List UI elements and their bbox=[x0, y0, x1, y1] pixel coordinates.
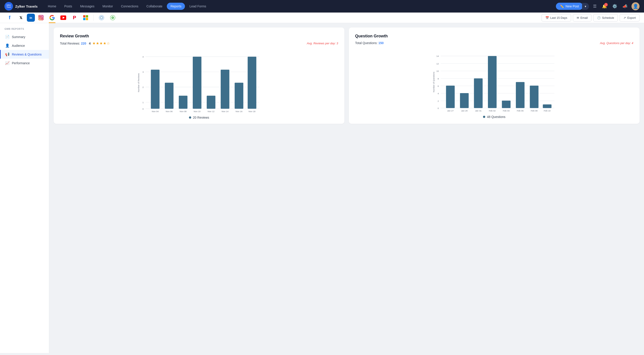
social-bar: f 𝕏 in P 📅 La bbox=[0, 13, 644, 23]
question-growth-card: Question Growth Total Questions: 150 Avg… bbox=[349, 28, 640, 124]
avatar[interactable]: 👤 bbox=[632, 2, 640, 10]
pencil-icon: ✏️ bbox=[560, 5, 564, 8]
svg-text:Feb 04: Feb 04 bbox=[503, 110, 510, 112]
menu-button[interactable]: ☰ bbox=[592, 3, 598, 10]
pinterest-icon-btn[interactable]: P bbox=[69, 13, 80, 23]
svg-text:Nov 08: Nov 08 bbox=[180, 110, 187, 113]
sidebar-section-label: GMB REPORTS bbox=[0, 28, 49, 33]
svg-rect-69 bbox=[502, 101, 510, 108]
svg-rect-11 bbox=[83, 18, 86, 20]
linkedin-icon-btn[interactable]: in bbox=[27, 14, 35, 22]
export-icon: ↗ bbox=[624, 16, 626, 20]
svg-text:Nov 16: Nov 16 bbox=[236, 110, 242, 113]
notification-badge: 2 bbox=[604, 3, 608, 7]
svg-rect-38 bbox=[221, 70, 230, 109]
svg-text:Jan 29: Jan 29 bbox=[461, 110, 468, 112]
export-button[interactable]: ↗ Export bbox=[620, 14, 640, 22]
social-extra-2-icon-btn[interactable] bbox=[108, 13, 118, 23]
svg-text:12: 12 bbox=[436, 63, 439, 65]
rating-stars: 4 ★★★★☆ bbox=[89, 41, 110, 46]
clock-icon: 🕐 bbox=[597, 16, 600, 20]
review-avg-label: Avg. Reviews per day: 3 bbox=[307, 42, 338, 45]
svg-rect-63 bbox=[460, 93, 469, 108]
sidebar-item-summary[interactable]: 📄 Summary bbox=[0, 33, 49, 41]
svg-rect-65 bbox=[474, 78, 483, 108]
svg-text:Zylker: Zylker bbox=[6, 4, 11, 6]
brand-name: Zylker Travels bbox=[15, 5, 38, 8]
svg-text:Feb 06: Feb 06 bbox=[517, 110, 524, 112]
svg-rect-42 bbox=[248, 57, 256, 109]
review-growth-chart: 4 3 2 1 0 Number of Reviews bbox=[60, 50, 338, 113]
svg-text:Nov 14: Nov 14 bbox=[222, 110, 228, 113]
svg-rect-28 bbox=[151, 70, 160, 109]
instagram-icon-btn[interactable] bbox=[36, 13, 46, 23]
new-post-button[interactable]: ✏️ New Post bbox=[556, 3, 583, 10]
schedule-button[interactable]: 🕐 Schedule bbox=[593, 14, 618, 22]
new-post-dropdown-button[interactable]: ▾ bbox=[582, 3, 589, 10]
svg-rect-32 bbox=[179, 96, 188, 109]
nav-connections[interactable]: Connections bbox=[118, 3, 142, 10]
top-nav: Zylker Travel Zylker Travels Home Posts … bbox=[0, 0, 644, 13]
svg-text:Travel: Travel bbox=[6, 6, 11, 8]
total-questions-label: Total Questions: 150 bbox=[355, 41, 384, 45]
microsoft-icon-btn[interactable] bbox=[80, 13, 91, 23]
svg-text:Jan 31: Jan 31 bbox=[475, 110, 482, 112]
svg-point-13 bbox=[99, 15, 104, 20]
sidebar-item-audience[interactable]: 👤 Audience bbox=[0, 41, 49, 50]
nav-messages[interactable]: Messages bbox=[76, 3, 98, 10]
svg-rect-30 bbox=[165, 83, 174, 109]
svg-text:0: 0 bbox=[142, 108, 144, 110]
main-layout: GMB REPORTS 📄 Summary 👤 Audience 📢 Revie… bbox=[0, 23, 644, 353]
svg-rect-34 bbox=[193, 57, 202, 109]
question-growth-chart: 14 12 10 8 6 4 2 0 bbox=[355, 49, 633, 112]
settings-button[interactable]: ⚙️ bbox=[611, 3, 618, 10]
nav-collaborate[interactable]: Collaborate bbox=[143, 3, 166, 10]
nav-right: ✏️ New Post ▾ ☰ 🔔 2 ⚙️ 📣 👤 bbox=[556, 2, 640, 10]
svg-point-5 bbox=[42, 16, 42, 17]
svg-rect-10 bbox=[86, 15, 88, 18]
facebook-icon-btn[interactable]: f bbox=[4, 13, 15, 23]
svg-text:2: 2 bbox=[438, 100, 439, 102]
google-icon-btn[interactable] bbox=[47, 13, 57, 23]
email-button[interactable]: ✉ Email bbox=[573, 14, 592, 22]
brand[interactable]: Zylker Travel Zylker Travels bbox=[4, 2, 38, 11]
nav-reports[interactable]: Reports bbox=[167, 3, 185, 10]
megaphone-icon: 📣 bbox=[622, 4, 628, 9]
svg-text:Nov 04: Nov 04 bbox=[152, 110, 159, 113]
svg-text:Jan 27: Jan 27 bbox=[447, 110, 454, 112]
twitter-x-icon-btn[interactable]: 𝕏 bbox=[16, 13, 26, 23]
social-extra-1-icon-btn[interactable] bbox=[96, 13, 107, 23]
svg-rect-61 bbox=[446, 86, 455, 108]
review-growth-legend: 20 Reviews bbox=[60, 116, 338, 119]
svg-point-16 bbox=[112, 17, 113, 18]
summary-icon: 📄 bbox=[5, 35, 10, 39]
nav-monitor[interactable]: Monitor bbox=[99, 3, 116, 10]
svg-text:Feb 10: Feb 10 bbox=[544, 110, 551, 112]
youtube-icon-btn[interactable] bbox=[58, 13, 68, 23]
nav-posts[interactable]: Posts bbox=[60, 3, 76, 10]
review-growth-meta-left: Total Reviews: 220 4 ★★★★☆ bbox=[60, 41, 110, 46]
announcements-button[interactable]: 📣 bbox=[621, 3, 629, 10]
svg-text:Nov 06: Nov 06 bbox=[166, 110, 173, 113]
question-growth-legend: 48 Questions bbox=[355, 115, 633, 119]
svg-text:Number of Questions: Number of Questions bbox=[432, 72, 435, 93]
svg-rect-67 bbox=[488, 56, 497, 108]
nav-lead-forms[interactable]: Lead Forms bbox=[186, 3, 210, 10]
svg-rect-40 bbox=[234, 83, 243, 109]
svg-rect-12 bbox=[86, 18, 88, 20]
sidebar-item-reviews-questions[interactable]: 📢 Reviews & Questions bbox=[0, 50, 49, 59]
svg-rect-9 bbox=[83, 15, 86, 18]
svg-text:Nov 18: Nov 18 bbox=[249, 110, 256, 113]
gear-icon: ⚙️ bbox=[612, 4, 617, 9]
menu-icon: ☰ bbox=[593, 4, 596, 9]
review-growth-title: Review Growth bbox=[60, 34, 338, 39]
notifications-button[interactable]: 🔔 2 bbox=[600, 3, 608, 10]
svg-rect-73 bbox=[530, 86, 538, 108]
sidebar-item-performance[interactable]: 📈 Performance bbox=[0, 59, 49, 67]
question-growth-meta: Total Questions: 150 Avg. Questions per … bbox=[355, 41, 633, 45]
nav-home[interactable]: Home bbox=[44, 3, 60, 10]
calendar-icon: 📅 bbox=[546, 16, 549, 20]
brand-logo: Zylker Travel bbox=[4, 2, 13, 11]
date-range-button[interactable]: 📅 Last 15 Days bbox=[542, 14, 571, 22]
svg-text:Feb 08: Feb 08 bbox=[531, 110, 538, 112]
